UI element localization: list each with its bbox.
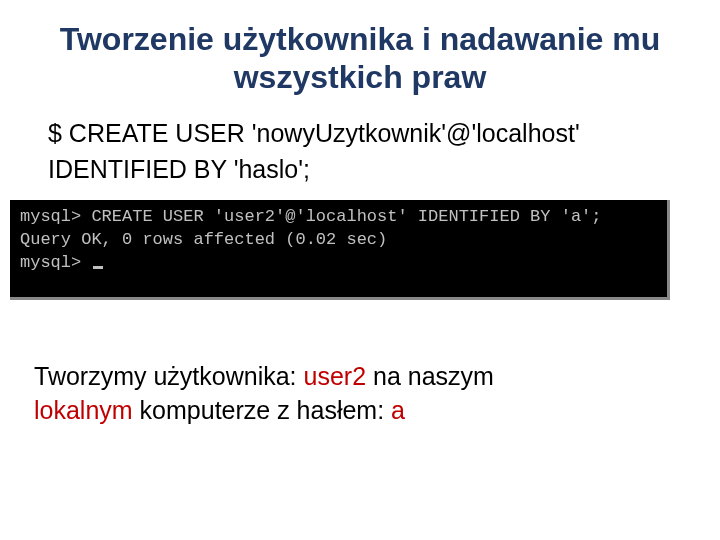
slide-title: Tworzenie użytkownika i nadawanie mu wsz… [0, 20, 720, 97]
desc-part2: na naszym [366, 362, 494, 390]
desc-pass: a [391, 396, 405, 424]
sql-statement-line-2: IDENTIFIED BY 'haslo'; [0, 153, 720, 187]
terminal-line-4: mysql> [20, 252, 657, 275]
terminal-line-1: mysql> CREATE USER 'user2'@'localhost' I… [20, 206, 657, 229]
slide: Tworzenie użytkownika i nadawanie mu wsz… [0, 0, 720, 540]
desc-local: lokalnym [34, 396, 133, 424]
terminal-cursor [93, 266, 103, 269]
terminal: mysql> CREATE USER 'user2'@'localhost' I… [10, 200, 670, 300]
sql-statement-line-1: $ CREATE USER 'nowyUzytkownik'@'localhos… [0, 117, 720, 151]
terminal-line-2: Query OK, 0 rows affected (0.02 sec) [20, 229, 657, 252]
desc-user: user2 [304, 362, 367, 390]
desc-part3: komputerze z hasłem: [133, 396, 391, 424]
description-text: Tworzymy użytkownika: user2 na naszym lo… [0, 360, 720, 428]
desc-part1: Tworzymy użytkownika: [34, 362, 304, 390]
terminal-screenshot: mysql> CREATE USER 'user2'@'localhost' I… [0, 200, 720, 300]
terminal-prompt: mysql> [20, 253, 91, 272]
